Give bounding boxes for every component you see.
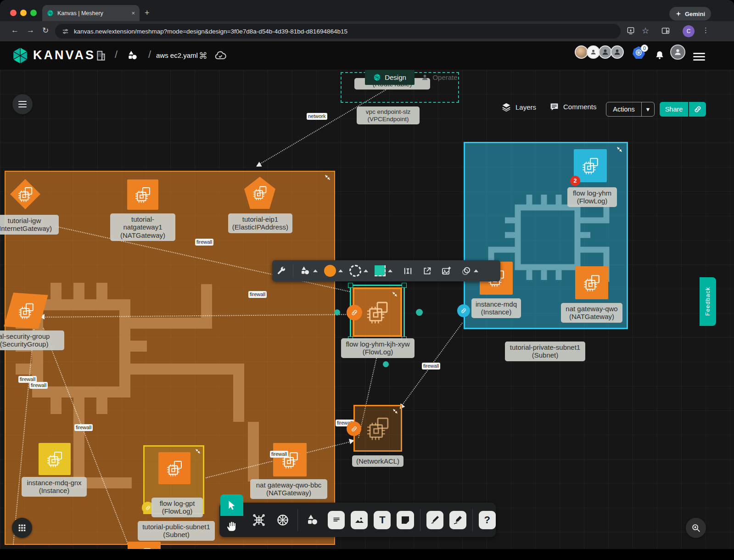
- edge-label-firewall[interactable]: firewall: [422, 363, 440, 370]
- connection-dot[interactable]: [383, 361, 389, 367]
- chevron-up-icon[interactable]: [388, 269, 392, 272]
- kanvas-wordmark[interactable]: KANVAS: [33, 48, 95, 62]
- collapse-icon[interactable]: [616, 146, 622, 152]
- node-label-instance-mdq[interactable]: instance-mdq (Instance): [471, 298, 521, 318]
- node-label-vpcendpoint[interactable]: vpc endpoint-slz (VPCEndpoint): [357, 106, 420, 124]
- resize-handle[interactable]: [402, 283, 407, 288]
- node-icon-clipped-bottom[interactable]: [128, 542, 161, 549]
- notifications-bell-icon[interactable]: [655, 50, 665, 62]
- zoom-button[interactable]: [686, 518, 706, 538]
- rename-tool[interactable]: [403, 266, 413, 276]
- tool-component-chip[interactable]: [250, 510, 268, 530]
- collapse-icon[interactable]: [392, 291, 398, 297]
- app-menu-icon[interactable]: [693, 51, 705, 62]
- tab-operate[interactable]: Operate: [416, 70, 462, 85]
- new-tab-button[interactable]: +: [145, 8, 150, 18]
- open-source-tool[interactable]: [422, 266, 432, 276]
- apps-grid-button[interactable]: [12, 518, 32, 538]
- cloud-sync-icon[interactable]: [214, 49, 227, 64]
- side-panel-icon[interactable]: [661, 26, 670, 38]
- collapse-icon[interactable]: [325, 174, 331, 180]
- collapse-icon[interactable]: [195, 448, 201, 454]
- window-minimize-button[interactable]: [20, 10, 27, 16]
- save-page-icon[interactable]: [626, 26, 635, 38]
- collapse-icon[interactable]: [392, 409, 398, 414]
- command-shortcut-icon[interactable]: ⌘: [199, 50, 207, 61]
- window-zoom-button[interactable]: [30, 10, 37, 16]
- node-icon-natgw-bbc[interactable]: [273, 443, 307, 476]
- kanvas-logo-icon[interactable]: [11, 47, 29, 64]
- organization-icon[interactable]: [95, 50, 107, 63]
- node-label-natgw1[interactable]: tutorial-natgateway1 (NATGateway): [110, 213, 175, 241]
- browser-menu-icon[interactable]: ⋮: [702, 26, 709, 34]
- design-file-name[interactable]: aws ec2.yaml: [156, 51, 198, 59]
- feedback-tab[interactable]: Feedback: [700, 277, 716, 326]
- collaborator-avatar-2[interactable]: [587, 45, 600, 59]
- edge-label-network[interactable]: network: [307, 113, 327, 120]
- node-label-natgw-bbc[interactable]: nat gateway-qwo-bbc (NATGateway): [250, 479, 327, 499]
- add-image-tool[interactable]: [441, 266, 452, 276]
- tool-select-cursor[interactable]: [220, 494, 243, 516]
- chevron-up-icon[interactable]: [338, 269, 343, 272]
- reload-button[interactable]: ↻: [42, 26, 49, 35]
- connection-dot[interactable]: [416, 309, 423, 316]
- node-label-private-subnet[interactable]: tutorial-private-subnet1 (Subnet): [505, 342, 585, 361]
- node-label-instance-gnx[interactable]: instance-mdq-gnx (Instance): [22, 477, 87, 497]
- workspace-shapes-icon[interactable]: [127, 50, 139, 63]
- address-bar[interactable]: kanvas.new/extension/meshmap?mode=design…: [55, 24, 621, 39]
- tool-pen[interactable]: [426, 511, 443, 529]
- collaborator-avatar-3[interactable]: [599, 45, 612, 59]
- browser-tab[interactable]: Kanvas | Meshery ×: [42, 5, 140, 21]
- actions-button[interactable]: Actions ▾: [606, 102, 655, 117]
- design-canvas[interactable]: Layers Comments Actions ▾ Share Feedback: [0, 70, 734, 549]
- share-button[interactable]: Share: [660, 102, 688, 117]
- browser-profile-avatar[interactable]: C: [683, 25, 695, 37]
- tab-close-icon[interactable]: ×: [131, 10, 135, 17]
- chevron-up-icon[interactable]: [313, 269, 318, 272]
- edge-label-firewall[interactable]: firewall: [270, 451, 288, 458]
- actions-dropdown-icon[interactable]: ▾: [641, 102, 654, 116]
- layers-button[interactable]: Layers: [501, 102, 536, 112]
- node-icon-natgw-qwo[interactable]: [575, 266, 608, 299]
- canvas-menu-button[interactable]: [12, 94, 33, 114]
- tool-image[interactable]: [351, 511, 368, 529]
- connection-dot[interactable]: [334, 309, 340, 315]
- node-icon-instance-gnx[interactable]: [39, 443, 71, 475]
- chevron-up-icon[interactable]: [364, 269, 368, 272]
- tool-help[interactable]: ?: [479, 511, 496, 529]
- subnet-link-handle[interactable]: [457, 304, 470, 317]
- network-acl-handle[interactable]: [347, 421, 361, 436]
- tool-shapes[interactable]: [304, 510, 322, 530]
- tool-sticky-note[interactable]: [397, 511, 414, 529]
- edge-label-firewall[interactable]: firewall: [248, 291, 267, 298]
- resize-handle[interactable]: [348, 283, 353, 288]
- selected-node-link-handle[interactable]: [347, 305, 362, 320]
- chevron-up-icon[interactable]: [474, 269, 478, 272]
- tab-design[interactable]: Design: [365, 70, 415, 85]
- node-label-flowlog-gpt[interactable]: flow log-gpt (FlowLog): [151, 498, 203, 517]
- node-label-public-subnet[interactable]: tutorial-public-subnet1 (Subnet): [138, 521, 215, 541]
- back-button[interactable]: ←: [11, 26, 19, 35]
- node-label-secgroup[interactable]: al-security-group (SecurityGroup): [0, 330, 64, 350]
- node-icon-natgateway1[interactable]: [127, 179, 158, 210]
- node-label-natgw-qwo[interactable]: nat gateway-qwo (NATGateway): [561, 303, 622, 323]
- window-close-button[interactable]: [10, 10, 17, 16]
- node-icon-flowlog-gpt[interactable]: [158, 452, 191, 484]
- tool-kubernetes[interactable]: [274, 510, 291, 530]
- node-label-flowlog-yhm[interactable]: flow log-yhm (FlowLog): [567, 187, 617, 207]
- gemini-button[interactable]: Gemini: [669, 7, 711, 21]
- collaborator-avatar-4[interactable]: [611, 45, 624, 59]
- shape-fill-tool[interactable]: [375, 265, 392, 276]
- configure-tool[interactable]: [277, 266, 286, 276]
- node-label-eip1[interactable]: tutorial-eip1 (ElasticIPAddress): [228, 213, 292, 233]
- node-label-flowlog-selected[interactable]: flow log-yhm-kjh-xyw (FlowLog): [341, 338, 415, 358]
- border-style-tool[interactable]: [349, 265, 368, 277]
- tool-text[interactable]: T: [374, 511, 391, 529]
- group-tool[interactable]: [461, 266, 478, 276]
- tool-comment[interactable]: [328, 511, 345, 529]
- edge-label-firewall[interactable]: firewall: [195, 239, 213, 246]
- tool-marker[interactable]: [449, 511, 466, 529]
- fill-color-tool[interactable]: [324, 265, 343, 277]
- node-label-nacl[interactable]: (NetworkACL): [352, 455, 403, 467]
- node-label-igw[interactable]: tutorial-igw (InternetGateway): [0, 215, 59, 235]
